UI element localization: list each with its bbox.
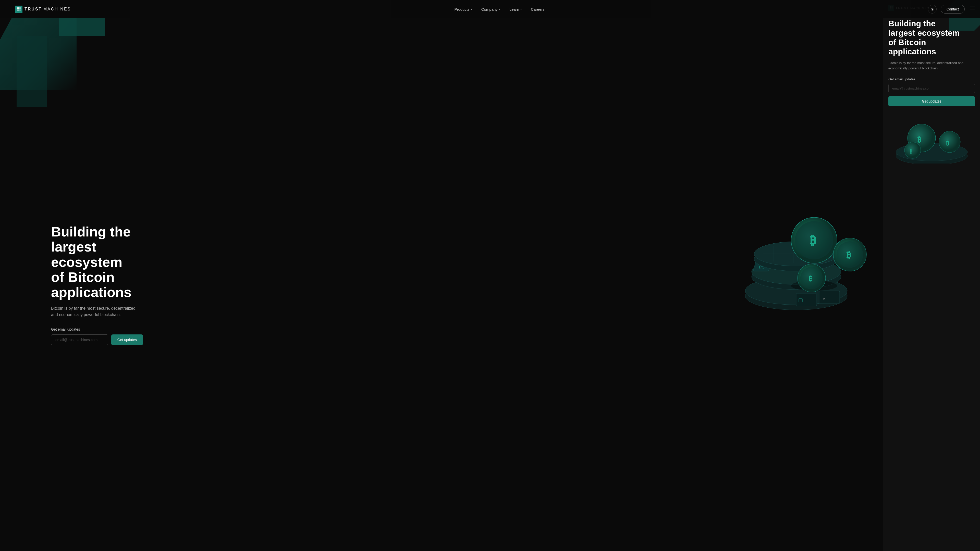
panel-bitcoin-graphic: ₿ ₿ ₿	[888, 113, 975, 164]
accent-block-left	[17, 36, 47, 107]
chevron-down-icon: ▾	[471, 8, 472, 11]
nav-item-learn[interactable]: Learn ▾	[509, 7, 522, 11]
nav-link-learn[interactable]: Learn ▾	[509, 7, 522, 11]
email-form: Get updates	[51, 334, 143, 345]
nav-item-company[interactable]: Company ▾	[481, 7, 500, 11]
panel-get-updates-button[interactable]: Get updates	[888, 96, 975, 106]
email-input[interactable]	[51, 334, 108, 345]
svg-text:⟳: ⟳	[823, 297, 825, 300]
svg-text:₿: ₿	[918, 135, 921, 144]
nav-item-products[interactable]: Products ▾	[454, 7, 472, 11]
get-updates-button[interactable]: Get updates	[111, 334, 143, 345]
nav-link-products[interactable]: Products ▾	[454, 7, 472, 11]
svg-point-47	[904, 142, 921, 159]
hero-content: Building the largest ecosystem of Bitcoi…	[0, 224, 143, 345]
hero-subtitle: Bitcoin is by far the most secure, decen…	[51, 305, 143, 318]
logo-text: TRUST MACHINES	[24, 7, 71, 11]
hero-graphic: +	[725, 209, 868, 342]
nav-link-company[interactable]: Company ▾	[481, 7, 500, 11]
accent-block-top	[59, 18, 105, 36]
hero-section: Building the largest ecosystem of Bitcoi…	[0, 0, 883, 551]
right-panel: TRUST MACHINES ☀ Building the largest ec…	[883, 0, 980, 551]
panel-email-input[interactable]	[888, 84, 975, 93]
svg-rect-0	[17, 7, 19, 9]
panel-email-label: Get email updates	[888, 77, 975, 81]
svg-rect-3	[19, 10, 21, 11]
svg-text:₿: ₿	[946, 140, 949, 147]
logo-link[interactable]: TRUST MACHINES	[15, 6, 71, 13]
nav-link-careers[interactable]: Careers	[531, 7, 544, 11]
bitcoin-3d-scene: +	[725, 209, 868, 342]
svg-text:₿: ₿	[846, 250, 851, 260]
email-label: Get email updates	[51, 327, 143, 331]
contact-button[interactable]: Contact	[941, 5, 965, 14]
navbar: TRUST MACHINES Products ▾ Company ▾ Lear…	[0, 0, 980, 18]
svg-rect-20	[796, 293, 817, 306]
svg-text:₿: ₿	[810, 233, 816, 247]
svg-text:₿: ₿	[809, 275, 812, 283]
sun-icon: ☀	[931, 7, 934, 12]
panel-subtitle: Bitcoin is by far the most secure, decen…	[888, 60, 975, 71]
svg-rect-2	[17, 10, 19, 11]
svg-text:₿: ₿	[910, 149, 912, 154]
svg-rect-21	[819, 291, 840, 303]
svg-rect-1	[19, 7, 21, 9]
nav-item-careers[interactable]: Careers	[531, 7, 544, 11]
svg-point-45	[939, 131, 960, 152]
theme-toggle-button[interactable]: ☀	[928, 5, 937, 14]
logo-icon	[15, 6, 22, 13]
main-content: TRUST MACHINES Products ▾ Company ▾ Lear…	[0, 0, 883, 551]
chevron-down-icon: ▾	[520, 8, 522, 11]
hero-title: Building the largest ecosystem of Bitcoi…	[51, 224, 143, 300]
nav-right: ☀ Contact	[928, 5, 965, 14]
chevron-down-icon: ▾	[499, 8, 500, 11]
nav-links: Products ▾ Company ▾ Learn ▾ Careers	[454, 7, 544, 11]
